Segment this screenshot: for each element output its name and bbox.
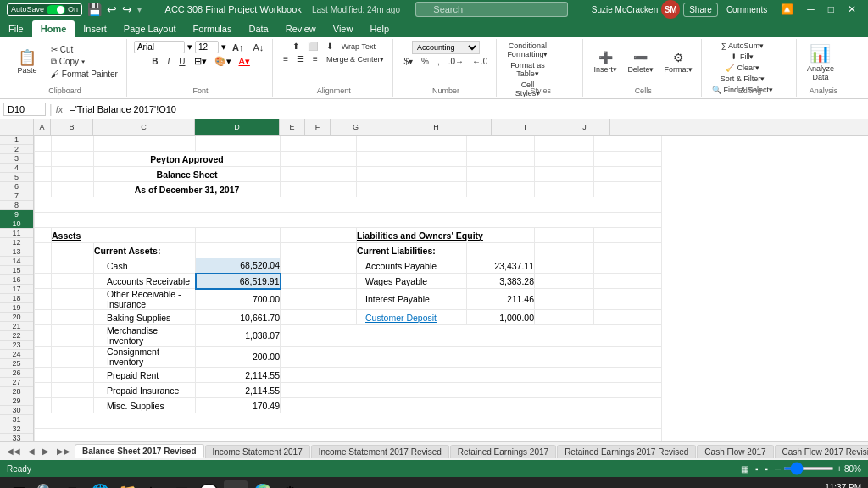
cell-A17[interactable] [35, 398, 52, 413]
cell-J11[interactable] [535, 289, 594, 310]
increase-decimal-button[interactable]: .0→ [445, 56, 467, 67]
taskbar-excel-button[interactable]: X [224, 480, 248, 488]
fill-color-button[interactable]: 🎨▾ [212, 55, 234, 68]
tab-data[interactable]: Data [240, 20, 276, 37]
view-layout-icon[interactable]: ▪ [755, 464, 759, 474]
cell-D12[interactable]: 10,661.70 [196, 310, 281, 325]
format-painter-button[interactable]: 🖌 Format Painter [47, 69, 121, 80]
cell-B12[interactable] [52, 310, 94, 325]
row-22[interactable]: 22 [0, 331, 33, 341]
row-8[interactable]: 8 [0, 201, 33, 210]
copy-button[interactable]: ⧉ Copy ▾ [47, 56, 121, 68]
col-H[interactable]: H [381, 119, 492, 135]
font-size-input[interactable] [195, 41, 219, 53]
row-21[interactable]: 21 [0, 322, 33, 331]
align-middle-button[interactable]: ⬜ [304, 41, 321, 52]
align-top-button[interactable]: ⬆ [289, 41, 303, 52]
cell-C12[interactable]: Baking Supplies [94, 310, 196, 325]
cell-E3[interactable] [281, 167, 357, 182]
cell-D7[interactable] [196, 228, 281, 243]
tab-formulas[interactable]: Formulas [185, 20, 241, 37]
sheet-tab-cashflow-2017[interactable]: Cash Flow 2017 [697, 445, 773, 458]
row-2[interactable]: 2 [0, 145, 33, 154]
maximize-button[interactable]: □ [823, 2, 839, 17]
cell-A13[interactable] [35, 325, 52, 347]
cell-C13[interactable]: Merchandise Inventory [94, 325, 196, 347]
row-19[interactable]: 19 [0, 303, 33, 313]
cell-I2[interactable] [467, 152, 535, 167]
sheet-tab-income-2017-revised[interactable]: Income Statement 2017 Revised [311, 445, 449, 458]
cell-B3[interactable] [52, 167, 94, 182]
cell-E11[interactable] [281, 289, 357, 310]
tab-page-layout[interactable]: Page Layout [115, 20, 185, 37]
cell-A14[interactable] [35, 347, 52, 368]
tab-review[interactable]: Review [277, 20, 325, 37]
cell-B9[interactable] [52, 258, 94, 274]
delete-button[interactable]: ➖ Delete▾ [624, 49, 657, 75]
row-10[interactable]: 10 [0, 219, 33, 229]
insert-button[interactable]: ➕ Insert▾ [590, 49, 620, 75]
cell-I9[interactable]: 23,437.11 [467, 258, 535, 274]
cell-E15[interactable] [281, 368, 662, 383]
cell-E13[interactable] [281, 325, 662, 347]
tab-home[interactable]: Home [32, 20, 75, 37]
cut-button[interactable]: ✂ Cut [47, 44, 121, 55]
row-5[interactable]: 5 [0, 173, 33, 182]
col-A[interactable]: A [34, 119, 51, 135]
cell-J4[interactable] [535, 182, 594, 197]
cell-H2[interactable] [357, 152, 467, 167]
sheet-tab-retained-2017-revised[interactable]: Retained Earnings 2017 Revised [557, 445, 696, 458]
cell-K2[interactable] [594, 152, 662, 167]
taskbar-taskview-button[interactable]: ⧉ [61, 480, 85, 488]
tab-insert[interactable]: Insert [75, 20, 115, 37]
cell-C8[interactable]: Current Assets: [94, 243, 196, 258]
merge-center-button[interactable]: Merge & Center▾ [323, 53, 388, 64]
italic-button[interactable]: I [164, 56, 174, 67]
cell-row5[interactable] [35, 197, 662, 213]
cell-I10[interactable]: 3,383.28 [467, 274, 535, 289]
taskbar-start-button[interactable]: ⊞ [7, 480, 31, 488]
cell-C11[interactable]: Other Receivable - Insurance [94, 289, 196, 310]
conditional-formatting-button[interactable]: ConditionalFormatting▾ [504, 41, 551, 59]
cell-J7[interactable] [535, 228, 594, 243]
cell-H11[interactable]: Interest Payable [357, 289, 467, 310]
cell-A11[interactable] [35, 289, 52, 310]
col-C[interactable]: C [93, 119, 195, 135]
cell-I1[interactable] [467, 136, 535, 152]
view-normal-icon[interactable]: ▦ [741, 464, 748, 474]
cell-J3[interactable] [535, 167, 594, 182]
row-32[interactable]: 32 [0, 424, 33, 434]
cell-I3[interactable] [467, 167, 535, 182]
font-size-dropdown-icon[interactable]: ▾ [221, 42, 226, 53]
zoom-out-button[interactable]: ─ [775, 464, 781, 474]
cell-B10[interactable] [52, 274, 94, 289]
cell-A1[interactable] [35, 136, 52, 152]
cell-D17[interactable]: 170.49 [196, 398, 281, 413]
cell-E12[interactable] [281, 310, 357, 325]
cell-A12[interactable] [35, 310, 52, 325]
cell-E7[interactable] [281, 228, 357, 243]
align-right-button[interactable]: ≡ [309, 53, 321, 64]
cell-H3[interactable] [357, 167, 467, 182]
share-button[interactable]: Share [683, 3, 718, 17]
cell-D16[interactable]: 2,114.55 [196, 383, 281, 398]
cell-row6[interactable] [35, 213, 662, 228]
cell-I11[interactable]: 211.46 [467, 289, 535, 310]
sort-filter-button[interactable]: Sort & Filter▾ [717, 74, 769, 84]
clear-button[interactable]: 🧹 Clear▾ [722, 63, 763, 73]
cell-B13[interactable] [52, 325, 94, 347]
cell-K1[interactable] [594, 136, 662, 152]
zoom-slider[interactable] [783, 467, 834, 470]
row-9[interactable]: 9 [0, 210, 33, 219]
cell-A7[interactable] [35, 228, 52, 243]
row-31[interactable]: 31 [0, 415, 33, 424]
cell-C9[interactable]: Cash [94, 258, 196, 274]
increase-font-button[interactable]: A↑ [229, 42, 247, 53]
cell-C2[interactable]: Peyton Approved [94, 152, 281, 167]
font-dropdown-icon[interactable]: ▾ [187, 42, 192, 53]
align-left-button[interactable]: ≡ [280, 53, 292, 64]
taskbar-mail-button[interactable]: ✉ [170, 480, 193, 488]
row-17[interactable]: 17 [0, 285, 33, 294]
autosum-button[interactable]: ∑ AutoSum▾ [718, 41, 767, 51]
font-color-button[interactable]: A▾ [236, 55, 253, 68]
